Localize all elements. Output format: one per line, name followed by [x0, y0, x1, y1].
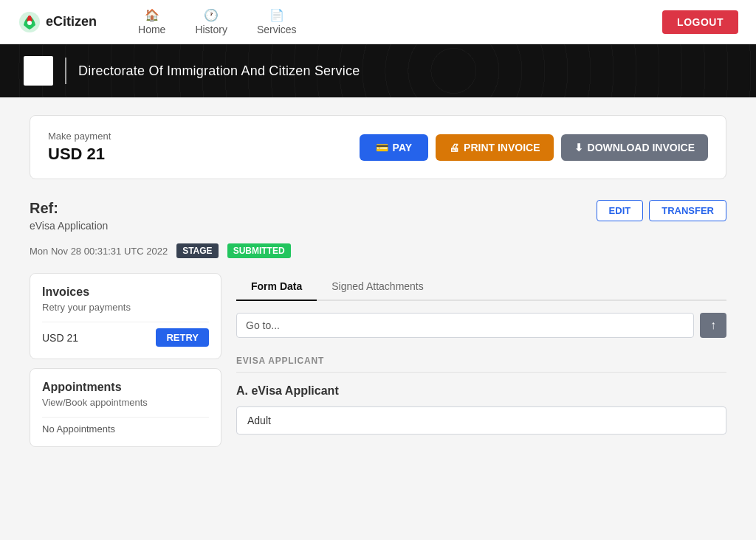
ref-actions: EDIT TRANSFER — [597, 200, 726, 221]
form-field-adult: Adult — [236, 406, 726, 435]
logo: eCitizen — [18, 10, 97, 34]
ref-title: Ref: — [30, 200, 108, 217]
retry-button[interactable]: RETRY — [156, 328, 209, 347]
logout-button[interactable]: LOGOUT — [662, 10, 738, 34]
edit-button[interactable]: EDIT — [597, 200, 644, 221]
banner-divider — [65, 58, 66, 84]
goto-row: Go to... ↑ — [236, 313, 726, 338]
services-icon: 📄 — [269, 8, 284, 22]
right-panel: Form Data Signed Attachments Go to... ↑ … — [236, 273, 726, 447]
download-icon: ⬇ — [574, 142, 583, 153]
submitted-badge: SUBMITTED — [227, 243, 291, 258]
banner-logo-icon: 🏛 — [31, 63, 46, 80]
nav-item-services[interactable]: 📄 Services — [245, 2, 309, 41]
appointments-title: Appointments — [42, 381, 209, 394]
invoices-subtitle: Retry your payments — [42, 302, 209, 313]
payment-buttons: 💳 PAY 🖨 PRINT INVOICE ⬇ DOWNLOAD INVOICE — [360, 134, 708, 161]
ref-section: Ref: eVisa Application EDIT TRANSFER — [30, 200, 726, 232]
svg-point-1 — [27, 21, 32, 25]
invoice-row: USD 21 RETRY — [42, 322, 209, 347]
transfer-button[interactable]: TRANSFER — [649, 200, 726, 221]
ref-info: Ref: eVisa Application — [30, 200, 108, 232]
left-panel: Invoices Retry your payments USD 21 RETR… — [30, 273, 221, 447]
home-icon: 🏠 — [145, 8, 159, 22]
logo-text: eCitizen — [46, 14, 97, 30]
banner-title: Directorate Of Immigration And Citizen S… — [78, 63, 360, 79]
nav-item-home[interactable]: 🏠 Home — [126, 2, 177, 41]
stage-row: Mon Nov 28 00:31:31 UTC 2022 STAGE SUBMI… — [30, 243, 726, 258]
nav-item-home-label: Home — [138, 24, 165, 35]
up-arrow-icon: ↑ — [710, 319, 716, 332]
invoices-card: Invoices Retry your payments USD 21 RETR… — [30, 273, 221, 359]
stage-badge: STAGE — [176, 243, 218, 258]
navbar-left: eCitizen 🏠 Home 🕐 History 📄 Services — [18, 2, 309, 41]
payment-info: Make payment USD 21 — [48, 131, 111, 164]
logo-icon — [18, 10, 41, 34]
make-payment-label: Make payment — [48, 131, 111, 142]
goto-select[interactable]: Go to... — [236, 313, 694, 338]
invoices-title: Invoices — [42, 285, 209, 299]
payment-amount: USD 21 — [48, 145, 111, 164]
download-invoice-button[interactable]: ⬇ DOWNLOAD INVOICE — [561, 134, 708, 161]
print-invoice-button[interactable]: 🖨 PRINT INVOICE — [436, 134, 553, 161]
pay-label: PAY — [393, 142, 412, 153]
appointments-card: Appointments View/Book appointments No A… — [30, 368, 221, 447]
payment-card: Make payment USD 21 💳 PAY 🖨 PRINT INVOIC… — [30, 115, 726, 179]
scroll-up-button[interactable]: ↑ — [700, 313, 726, 338]
main-content: Make payment USD 21 💳 PAY 🖨 PRINT INVOIC… — [0, 97, 756, 465]
navbar: eCitizen 🏠 Home 🕐 History 📄 Services LOG… — [0, 0, 756, 44]
form-content: EVISA APPLICANT A. eVisa Applicant Adult — [236, 356, 726, 435]
tab-form-data[interactable]: Form Data — [236, 273, 317, 301]
appointments-subtitle: View/Book appointments — [42, 397, 209, 408]
nav-item-services-label: Services — [257, 24, 297, 35]
tabs: Form Data Signed Attachments — [236, 273, 726, 301]
nav-item-history-label: History — [195, 24, 227, 35]
nav-item-history[interactable]: 🕐 History — [183, 2, 239, 41]
download-label: DOWNLOAD INVOICE — [588, 142, 695, 153]
pay-button[interactable]: 💳 PAY — [360, 134, 428, 161]
banner: 🏛 Directorate Of Immigration And Citizen… — [0, 44, 756, 97]
ref-subtitle: eVisa Application — [30, 220, 108, 232]
banner-logo: 🏛 — [24, 56, 53, 86]
print-icon: 🖨 — [449, 142, 459, 153]
form-group-title: A. eVisa Applicant — [236, 384, 726, 398]
no-appointments-label: No Appointments — [42, 417, 209, 435]
tab-signed-attachments[interactable]: Signed Attachments — [317, 273, 439, 301]
pay-icon: 💳 — [376, 142, 388, 153]
print-label: PRINT INVOICE — [464, 142, 540, 153]
invoice-amount: USD 21 — [42, 332, 78, 344]
nav-links: 🏠 Home 🕐 History 📄 Services — [126, 2, 309, 41]
lower-layout: Invoices Retry your payments USD 21 RETR… — [30, 273, 726, 447]
stage-date: Mon Nov 28 00:31:31 UTC 2022 — [30, 246, 168, 257]
history-icon: 🕐 — [204, 8, 219, 22]
form-section-label: EVISA APPLICANT — [236, 356, 726, 373]
form-group: A. eVisa Applicant Adult — [236, 384, 726, 435]
